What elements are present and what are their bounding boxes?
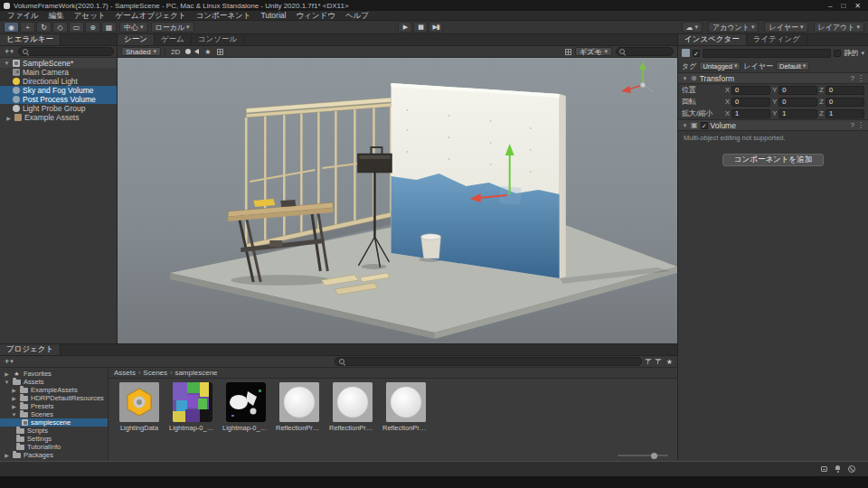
- foldout-open-icon[interactable]: ▼: [682, 123, 688, 128]
- foldout-open-icon[interactable]: ▼: [4, 380, 10, 385]
- layout-button[interactable]: レイアウト ▾: [814, 22, 864, 33]
- console-status-icon[interactable]: [821, 466, 827, 472]
- thumbnail-size-slider[interactable]: [618, 455, 668, 456]
- toggle-2d-button[interactable]: 2D: [169, 48, 182, 56]
- scale-x-field[interactable]: 1: [731, 109, 770, 118]
- tree-settings[interactable]: Settings: [0, 435, 108, 443]
- rotation-y-field[interactable]: 0: [778, 98, 817, 107]
- rotate-tool-button[interactable]: ↻: [36, 22, 52, 33]
- slider-knob[interactable]: [651, 453, 657, 459]
- volume-component-header[interactable]: ▼ ▣ ✓ Volume ? ⋮: [678, 119, 868, 131]
- position-x-field[interactable]: 0: [731, 86, 770, 95]
- gameobject-name-field[interactable]: [703, 49, 831, 58]
- effects-dropdown-icon[interactable]: ★: [203, 48, 212, 56]
- hierarchy-item-example-assets[interactable]: ▶ Example Assets: [0, 113, 117, 122]
- tree-hdrpdefaultresources[interactable]: ▶ HDRPDefaultResources: [0, 394, 108, 402]
- tab-inspector[interactable]: インスペクター: [678, 34, 747, 45]
- static-checkbox[interactable]: [834, 50, 841, 57]
- hierarchy-scene-root[interactable]: ▼ SampleScene*: [0, 58, 117, 68]
- grid-visibility-icon[interactable]: [217, 49, 223, 55]
- minimize-button[interactable]: –: [828, 2, 832, 10]
- menu-help[interactable]: ヘルプ: [341, 11, 373, 21]
- breadcrumb-assets[interactable]: Assets: [114, 369, 136, 377]
- tab-hierarchy[interactable]: ヒエラルキー: [0, 34, 61, 45]
- favorite-search-icon[interactable]: ★: [665, 358, 675, 366]
- kebab-menu-icon[interactable]: ⋮: [857, 121, 864, 129]
- handle-space-button[interactable]: ローカル ▾: [151, 22, 194, 33]
- menu-edit[interactable]: 編集: [44, 11, 69, 21]
- tab-console[interactable]: コンソール: [192, 34, 244, 45]
- maximize-button[interactable]: □: [841, 2, 845, 10]
- tree-assets[interactable]: ▼ Assets: [0, 378, 108, 386]
- rect-tool-button[interactable]: ▭: [69, 22, 84, 33]
- position-z-field[interactable]: 0: [826, 86, 864, 95]
- asset-reflectionprobe-0[interactable]: ReflectionProbe-0: [276, 382, 323, 461]
- layer-dropdown[interactable]: Default ▾: [776, 61, 809, 70]
- close-button[interactable]: ✕: [854, 2, 861, 10]
- tree-scenes[interactable]: ▼ Scenes: [0, 410, 108, 418]
- breadcrumb-scenes[interactable]: Scenes: [143, 369, 167, 377]
- scene-audio-toggle-icon[interactable]: [194, 49, 199, 54]
- tree-samplescene[interactable]: samplescene: [0, 418, 108, 427]
- tree-tutorialinfo[interactable]: TutorialInfo: [0, 443, 108, 451]
- gizmos-dropdown[interactable]: ギズモ ▾: [575, 47, 612, 56]
- foldout-closed-icon[interactable]: ▶: [5, 115, 12, 121]
- snap-settings-icon[interactable]: [565, 49, 571, 55]
- collab-button[interactable]: ☁ ▾: [682, 22, 703, 33]
- do-not-disturb-icon[interactable]: [848, 465, 855, 473]
- search-by-label-icon[interactable]: [655, 358, 662, 365]
- add-component-button[interactable]: コンポーネントを追加: [722, 154, 824, 166]
- draw-mode-dropdown[interactable]: Shaded ▾: [121, 47, 161, 56]
- foldout-closed-icon[interactable]: ▶: [11, 395, 17, 401]
- hierarchy-create-button[interactable]: + ▾: [3, 47, 15, 56]
- transform-tool-button[interactable]: ⊕: [85, 22, 100, 33]
- notification-bell-icon[interactable]: [835, 465, 841, 473]
- tree-favorites[interactable]: ▶ ★ Favorites: [0, 370, 108, 378]
- search-by-type-icon[interactable]: [645, 358, 652, 365]
- layers-button[interactable]: レイヤー ▾: [764, 22, 807, 33]
- kebab-menu-icon[interactable]: ⋮: [857, 74, 864, 82]
- play-button[interactable]: ▶: [398, 22, 412, 33]
- pivot-mode-button[interactable]: 中心 ▾: [119, 22, 148, 33]
- asset-reflectionprobe-2[interactable]: ReflectionProbe-2: [382, 382, 429, 461]
- menu-tutorial[interactable]: Tutorial: [256, 11, 290, 21]
- rotation-x-field[interactable]: 0: [731, 98, 770, 107]
- menu-component[interactable]: コンポーネント: [192, 11, 256, 21]
- tree-packages[interactable]: ▶ Packages: [0, 451, 108, 459]
- tree-scripts[interactable]: Scripts: [0, 427, 108, 435]
- foldout-closed-icon[interactable]: ▶: [4, 371, 10, 377]
- foldout-closed-icon[interactable]: ▶: [11, 403, 17, 409]
- hierarchy-search-input[interactable]: [18, 47, 114, 56]
- project-create-button[interactable]: + ▾: [3, 357, 15, 366]
- scale-z-field[interactable]: 1: [826, 109, 864, 118]
- scene-lighting-toggle-icon[interactable]: [185, 49, 191, 54]
- help-icon[interactable]: ?: [851, 74, 854, 82]
- menu-window[interactable]: ウィンドウ: [291, 11, 340, 21]
- scale-y-field[interactable]: 1: [778, 109, 817, 118]
- foldout-closed-icon[interactable]: ▶: [11, 387, 17, 393]
- foldout-open-icon[interactable]: ▼: [682, 76, 688, 81]
- move-tool-button[interactable]: +: [20, 22, 35, 33]
- hierarchy-item-post-process-volume[interactable]: Post Process Volume: [0, 95, 117, 104]
- menu-file[interactable]: ファイル: [3, 11, 43, 21]
- hand-tool-button[interactable]: ◉: [4, 22, 19, 33]
- active-checkbox[interactable]: ✓: [693, 50, 700, 57]
- position-y-field[interactable]: 0: [778, 86, 817, 95]
- asset-lightmap-dir[interactable]: Lightmap-0_comp_l...: [222, 382, 269, 461]
- chevron-down-icon[interactable]: ▾: [861, 50, 864, 57]
- help-icon[interactable]: ?: [851, 121, 854, 129]
- custom-tool-button[interactable]: ▦: [101, 22, 117, 33]
- asset-reflectionprobe-1[interactable]: ReflectionProbe-1: [329, 382, 376, 461]
- scene-viewport[interactable]: [118, 58, 677, 343]
- menu-gameobject[interactable]: ゲームオブジェクト: [111, 11, 191, 21]
- scene-search-input[interactable]: [616, 47, 674, 56]
- step-button[interactable]: ▶▮: [429, 22, 443, 33]
- account-button[interactable]: アカウント ▾: [708, 22, 759, 33]
- tab-lighting[interactable]: ライティング: [747, 34, 807, 45]
- tree-presets[interactable]: ▶ Presets: [0, 402, 108, 410]
- asset-lightingdata[interactable]: LightingData: [116, 382, 163, 461]
- tag-dropdown[interactable]: Untagged ▾: [699, 61, 741, 70]
- rotation-z-field[interactable]: 0: [826, 98, 864, 107]
- foldout-closed-icon[interactable]: ▶: [4, 452, 10, 458]
- scale-tool-button[interactable]: ◇: [52, 22, 68, 33]
